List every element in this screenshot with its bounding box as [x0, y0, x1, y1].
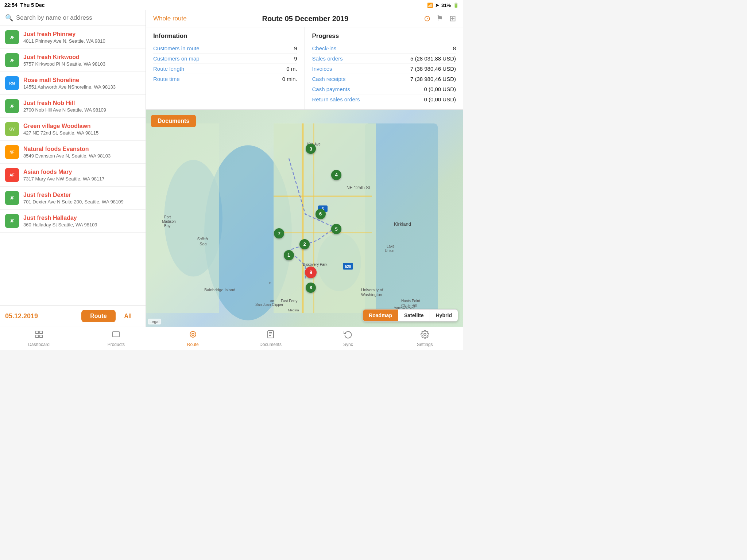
progress-row: Cash payments 0 (0,00 USD) [312, 84, 456, 94]
map-pin-6[interactable]: 6 [316, 209, 326, 219]
settings-icon [421, 330, 429, 341]
map-background: 5 520 Salish Sea Port Madison Bay Bainbr… [146, 110, 463, 327]
status-right: 📶 ➤ 31% 🔋 [427, 3, 459, 8]
customer-item[interactable]: JF Just fresh Dexter 701 Dexter Ave N Su… [0, 187, 146, 210]
svg-text:ish: ish [270, 299, 274, 303]
map-pin-8[interactable]: 8 [306, 283, 316, 293]
info-row-value: 9 [294, 45, 297, 51]
svg-text:Clyde Hill: Clyde Hill [401, 304, 417, 308]
nav-item-dashboard[interactable]: Dashboard [24, 328, 54, 349]
map-ctrl-roadmap[interactable]: Roadmap [363, 310, 398, 321]
whole-route-button[interactable]: Whole route [153, 15, 187, 22]
customer-logo: GV [5, 122, 19, 136]
nav-item-route[interactable]: Route [178, 328, 208, 349]
progress-row-value: 8 [453, 45, 456, 51]
customer-item[interactable]: GV Green village Woodlawn 427 NE 72nd St… [0, 118, 146, 141]
customer-name: Just fresh Halladay [23, 215, 140, 221]
customer-logo: JF [5, 53, 19, 67]
customer-item[interactable]: JF Just fresh Halladay 360 Halladay St S… [0, 210, 146, 233]
documents-button[interactable]: Documents [151, 115, 196, 127]
customer-info: Just fresh Phinney 4811 Phinney Ave N, S… [23, 31, 140, 44]
customer-address: 2700 Nob Hill Ave N Seattle, WA 98109 [23, 107, 140, 113]
map-pin-3[interactable]: 3 [306, 144, 316, 154]
info-row-value: 0 min. [282, 76, 297, 82]
map-pin-2[interactable]: 2 [299, 239, 310, 249]
grid-icon[interactable]: ⊞ [449, 14, 456, 23]
progress-row-value: 7 (38 980,46 USD) [410, 76, 456, 82]
info-row: Customers in route 9 [153, 43, 297, 54]
customer-logo: NF [5, 145, 19, 159]
customer-logo: AF [5, 168, 19, 182]
search-bar: 🔍 [0, 10, 146, 26]
customer-logo: JF [5, 99, 19, 113]
map-controls: RoadmapSatelliteHybrid [363, 309, 458, 322]
toggle-route-button[interactable]: Route [81, 310, 115, 322]
progress-row: Sales orders 5 (28 031,88 USD) [312, 54, 456, 64]
documents-icon [266, 330, 275, 341]
flag-icon[interactable]: ⚑ [436, 14, 444, 23]
info-row-label: Customers in route [153, 45, 200, 51]
progress-row-value: 0 (0,00 USD) [424, 86, 456, 92]
customer-address: 4811 Phinney Ave N, Seattle, WA 9810 [23, 38, 140, 44]
svg-text:Sea: Sea [200, 242, 207, 246]
info-row-value: 0 m. [286, 66, 297, 72]
date-label: 05.12.2019 [5, 312, 38, 320]
info-row: Route length 0 m. [153, 64, 297, 74]
toggle-all-button[interactable]: All [116, 310, 140, 322]
customer-name: Green village Woodlawn [23, 123, 140, 129]
main-container: 🔍 JF Just fresh Phinney 4811 Phinney Ave… [0, 10, 463, 327]
progress-row-value: 7 (38 980,46 USD) [410, 66, 456, 72]
nav-item-documents[interactable]: Documents [255, 328, 286, 349]
products-icon [112, 330, 120, 341]
battery-icon: 🔋 [453, 3, 459, 8]
customer-item[interactable]: JF Just fresh Kirkwood 5757 Kirkwood Pl … [0, 49, 146, 72]
info-row: Customers on map 9 [153, 54, 297, 64]
products-label: Products [108, 342, 125, 347]
map-ctrl-satellite[interactable]: Satellite [398, 310, 430, 321]
customer-info: Just fresh Nob Hill 2700 Nob Hill Ave N … [23, 100, 140, 113]
svg-text:Hunts Point: Hunts Point [401, 299, 420, 303]
svg-text:Kirkland: Kirkland [394, 221, 411, 227]
progress-row-label: Invoices [312, 66, 332, 72]
customer-item[interactable]: JF Just fresh Phinney 4811 Phinney Ave N… [0, 26, 146, 49]
customer-info: Just fresh Kirkwood 5757 Kirkwood Pl N S… [23, 54, 140, 67]
map-svg: 5 520 Salish Sea Port Madison Bay Bainbr… [146, 110, 463, 327]
map-pin-1[interactable]: 1 [284, 250, 294, 260]
map-pin-5[interactable]: 5 [331, 224, 341, 234]
customer-item[interactable]: NF Natural foods Evanston 8549 Evanston … [0, 141, 146, 164]
progress-row-label: Return sales orders [312, 96, 360, 102]
nav-item-settings[interactable]: Settings [410, 328, 440, 349]
progress-row: Invoices 7 (38 980,46 USD) [312, 64, 456, 74]
info-row-label: Customers on map [153, 55, 200, 62]
customer-address: 427 NE 72nd St, Seattle, WA 98115 [23, 130, 140, 136]
route-title: Route 05 December 2019 [194, 15, 417, 23]
map-pin-4[interactable]: 4 [331, 170, 341, 180]
customer-logo: JF [5, 214, 19, 228]
map-pin-9[interactable]: 9 [305, 267, 317, 278]
nav-item-sync[interactable]: Sync [333, 328, 363, 349]
customer-name: Just fresh Nob Hill [23, 100, 140, 106]
svg-point-42 [192, 333, 194, 335]
customer-item[interactable]: JF Just fresh Nob Hill 2700 Nob Hill Ave… [0, 95, 146, 118]
customer-address: 14551 Ashworth Ave NShoreline, WA 98133 [23, 84, 140, 90]
customer-item[interactable]: AF Asian foods Mary 7317 Mary Ave NW Sea… [0, 164, 146, 187]
route-label: Route [187, 342, 199, 347]
customer-info: Natural foods Evanston 8549 Evanston Ave… [23, 146, 140, 159]
customer-logo: JF [5, 191, 19, 205]
search-input[interactable] [16, 14, 140, 22]
svg-text:Lake: Lake [387, 244, 395, 248]
customer-info: Just fresh Halladay 360 Halladay St Seat… [23, 215, 140, 228]
customer-item[interactable]: RM Rose mall Shoreline 14551 Ashworth Av… [0, 72, 146, 95]
nav-item-products[interactable]: Products [101, 328, 131, 349]
customer-info: Asian foods Mary 7317 Mary Ave NW Seattl… [23, 169, 140, 182]
map-ctrl-hybrid[interactable]: Hybrid [430, 310, 458, 321]
svg-text:Medina: Medina [288, 308, 299, 312]
svg-text:NE 125th St: NE 125th St [347, 185, 370, 190]
customer-address: 5757 Kirkwood Pl N Seattle, WA 98103 [23, 61, 140, 67]
progress-row: Check-ins 8 [312, 43, 456, 54]
dashboard-icon [35, 330, 43, 341]
svg-rect-40 [113, 332, 119, 337]
route-toggle: Route All [81, 310, 140, 322]
map-pin-7[interactable]: 7 [274, 228, 284, 238]
target-icon[interactable]: ⊙ [424, 14, 430, 23]
